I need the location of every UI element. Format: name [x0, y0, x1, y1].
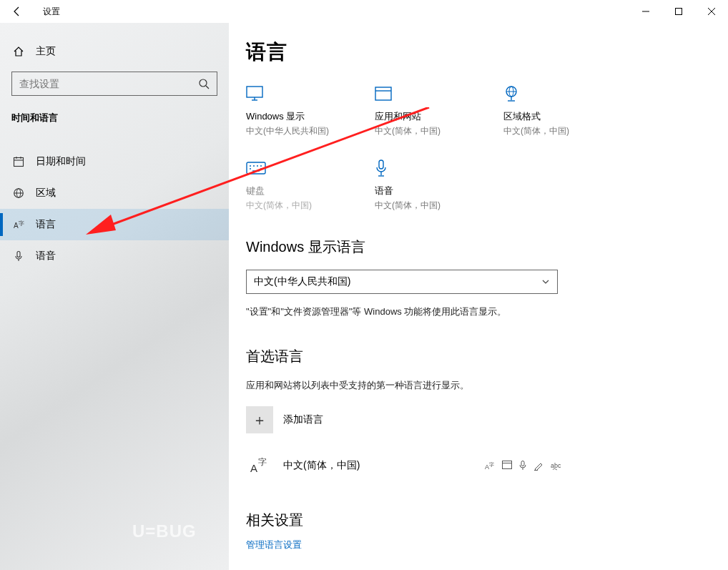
search-input[interactable] — [19, 78, 198, 89]
main-content: 语言 Windows 显示 中文(中华人民共和国) 应用和网站 中文(简体，中国… — [229, 23, 728, 570]
microphone-icon — [375, 159, 468, 177]
sidebar-item-label: 区域 — [36, 187, 56, 200]
add-language-button[interactable]: ＋ 添加语言 — [246, 406, 699, 433]
installed-language-name: 中文(简体，中国) — [283, 459, 360, 472]
sidebar-item-speech[interactable]: 语音 — [0, 240, 229, 272]
sidebar-item-label: 语音 — [36, 250, 56, 262]
tile-sub: 中文(简体，中国) — [375, 200, 468, 212]
handwriting-badge-icon — [533, 461, 543, 471]
svg-point-29 — [253, 165, 255, 167]
svg-rect-44 — [521, 461, 524, 466]
titlebar: 设置 — [0, 0, 728, 23]
tile-apps-websites[interactable]: 应用和网站 中文(简体，中国) — [375, 84, 468, 137]
tile-label: 键盘 — [246, 185, 339, 197]
sidebar-item-datetime[interactable]: 日期和时间 — [0, 146, 229, 177]
minimize-button[interactable] — [629, 0, 662, 23]
watermark: U=BUG — [132, 521, 197, 541]
svg-text:A: A — [14, 222, 19, 230]
svg-text:字: 字 — [489, 462, 494, 467]
tile-windows-display[interactable]: Windows 显示 中文(中华人民共和国) — [246, 84, 339, 137]
arrow-left-icon — [11, 6, 23, 17]
apps-badge-icon — [502, 461, 512, 471]
svg-rect-17 — [247, 87, 262, 97]
plus-icon: ＋ — [246, 406, 273, 433]
svg-point-32 — [250, 168, 251, 169]
language-icon: A字 — [11, 219, 26, 230]
svg-rect-6 — [14, 158, 24, 167]
svg-text:字: 字 — [19, 220, 24, 227]
sidebar-item-language[interactable]: A字 语言 — [0, 209, 229, 240]
related-settings-heading: 相关设置 — [246, 511, 699, 530]
svg-rect-42 — [503, 461, 512, 469]
display-language-note: "设置"和"文件资源管理器"等 Windows 功能将使用此语言显示。 — [246, 305, 699, 318]
sidebar-menu: 日期和时间 区域 A字 语言 语音 — [0, 146, 229, 272]
category-heading: 时间和语言 — [0, 96, 229, 133]
svg-point-4 — [200, 79, 207, 87]
display-badge-icon: A字 — [485, 461, 495, 471]
tile-sub: 中文(中华人民共和国) — [246, 125, 339, 137]
sidebar-item-label: 语言 — [36, 218, 56, 231]
back-button[interactable] — [6, 0, 29, 23]
installed-language-row[interactable]: A字 中文(简体，中国) A字 abc — [246, 449, 561, 482]
svg-point-33 — [260, 168, 262, 169]
globe-stand-icon — [503, 84, 596, 103]
sidebar: 主页 时间和语言 日期和时间 区域 A字 语言 语音 — [0, 23, 229, 570]
svg-point-31 — [260, 165, 262, 167]
tile-label: 语音 — [375, 185, 468, 197]
maximize-icon — [675, 8, 682, 15]
tile-speech[interactable]: 语音 中文(简体，中国) — [375, 159, 468, 212]
microphone-icon — [11, 250, 26, 262]
related-settings-link[interactable]: 管理语言设置 — [246, 539, 699, 551]
tile-label: 区域格式 — [503, 110, 596, 123]
svg-text:A: A — [250, 462, 257, 474]
keyboard-icon — [246, 159, 339, 177]
minimize-icon — [642, 8, 649, 15]
window-icon — [375, 84, 468, 103]
speech-badge-icon — [519, 461, 526, 471]
svg-rect-20 — [375, 87, 391, 100]
tile-label: Windows 显示 — [246, 110, 339, 123]
window-controls — [629, 0, 728, 23]
display-language-heading: Windows 显示语言 — [246, 237, 699, 257]
close-icon — [708, 8, 715, 15]
svg-rect-15 — [17, 252, 20, 257]
home-nav[interactable]: 主页 — [0, 37, 229, 66]
sidebar-item-region[interactable]: 区域 — [0, 177, 229, 209]
spellcheck-badge-icon: abc — [551, 461, 561, 471]
close-button[interactable] — [695, 0, 728, 23]
tile-sub: 中文(简体，中国) — [503, 125, 596, 137]
svg-text:abc: abc — [551, 462, 561, 469]
svg-rect-1 — [676, 9, 682, 15]
display-icon — [246, 84, 339, 103]
globe-icon — [11, 187, 26, 199]
calendar-icon — [11, 156, 26, 167]
home-icon — [11, 46, 26, 57]
preferred-language-note: 应用和网站将以列表中受支持的第一种语言进行显示。 — [246, 379, 699, 392]
home-label: 主页 — [36, 45, 56, 58]
window-title: 设置 — [43, 6, 60, 18]
svg-text:字: 字 — [258, 457, 267, 467]
add-language-label: 添加语言 — [283, 413, 323, 426]
display-language-dropdown[interactable]: 中文(中华人民共和国) — [246, 270, 558, 294]
svg-rect-27 — [247, 162, 265, 174]
page-title: 语言 — [246, 39, 699, 66]
svg-rect-35 — [379, 160, 383, 169]
maximize-button[interactable] — [662, 0, 695, 23]
tile-label: 应用和网站 — [375, 110, 468, 123]
tile-sub: 中文(简体，中国) — [375, 125, 468, 137]
chevron-down-icon — [541, 277, 550, 286]
language-tiles: Windows 显示 中文(中华人民共和国) 应用和网站 中文(简体，中国) 区… — [246, 84, 699, 212]
svg-point-30 — [257, 165, 258, 167]
preferred-language-heading: 首选语言 — [246, 347, 699, 366]
svg-point-28 — [250, 165, 251, 167]
svg-line-5 — [206, 86, 209, 89]
dropdown-value: 中文(中华人民共和国) — [254, 275, 350, 288]
language-feature-badges: A字 abc — [485, 461, 561, 471]
tile-region-format[interactable]: 区域格式 中文(简体，中国) — [503, 84, 596, 137]
sidebar-item-label: 日期和时间 — [36, 155, 86, 168]
search-icon — [198, 78, 210, 89]
language-glyph-icon: A字 — [246, 452, 273, 479]
search-box[interactable] — [11, 72, 217, 96]
tile-sub: 中文(简体，中国) — [246, 200, 339, 212]
tile-keyboard[interactable]: 键盘 中文(简体，中国) — [246, 159, 339, 212]
